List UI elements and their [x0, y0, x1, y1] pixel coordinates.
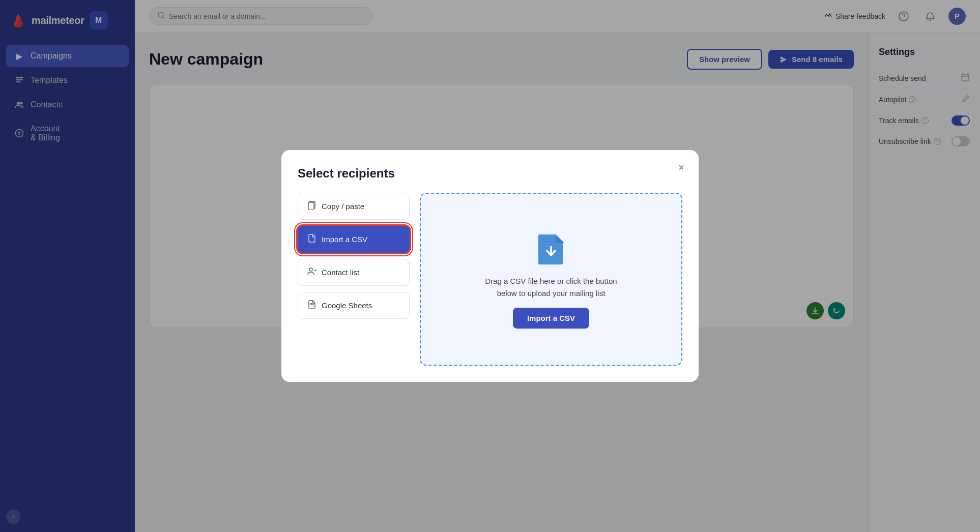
import-csv-icon	[307, 233, 316, 245]
svg-point-14	[309, 268, 312, 271]
modal-close-button[interactable]: ×	[673, 159, 689, 175]
import-csv-option[interactable]: Import a CSV	[298, 226, 410, 253]
svg-rect-13	[308, 202, 314, 210]
dropzone-import-button[interactable]: Import a CSV	[513, 308, 589, 329]
copy-paste-icon	[307, 200, 316, 212]
csv-dropzone[interactable]: Drag a CSV file here or click the button…	[420, 193, 682, 366]
contact-list-icon	[307, 267, 316, 278]
modal-title: Select recipients	[298, 166, 682, 181]
google-sheets-option[interactable]: Google Sheets	[298, 292, 410, 319]
select-recipients-modal: Select recipients × Copy / paste Import …	[281, 150, 699, 382]
copy-paste-option[interactable]: Copy / paste	[298, 193, 410, 220]
dropzone-text: Drag a CSV file here or click the button…	[480, 275, 622, 300]
google-sheets-icon	[307, 300, 316, 311]
modal-options: Copy / paste Import a CSV Contact list	[298, 193, 410, 366]
modal-body: Copy / paste Import a CSV Contact list	[298, 193, 682, 366]
dropzone-file-icon	[533, 230, 569, 267]
contact-list-option[interactable]: Contact list	[298, 259, 410, 286]
modal-overlay[interactable]: Select recipients × Copy / paste Import …	[0, 0, 980, 532]
